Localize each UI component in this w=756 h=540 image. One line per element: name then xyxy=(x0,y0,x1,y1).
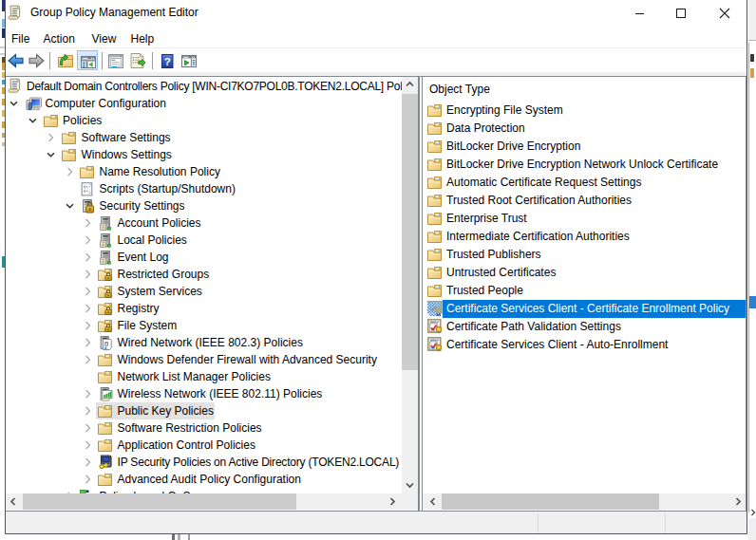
svg-text:?: ? xyxy=(163,55,170,66)
